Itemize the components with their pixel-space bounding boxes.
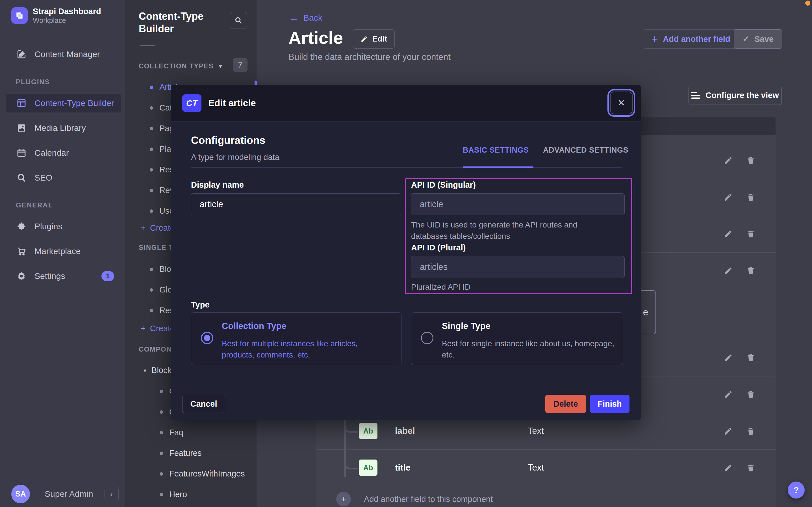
sidebar-item-marketplace[interactable]: Marketplace	[0, 241, 126, 261]
trash-icon[interactable]	[746, 229, 755, 239]
collection-type-item[interactable]: Place	[0, 139, 150, 159]
api-id-singular-label: API ID (Singular)	[411, 180, 476, 190]
radio-unselected-icon[interactable]	[421, 332, 433, 344]
collection-type-item[interactable]: Page	[0, 118, 150, 139]
back-link[interactable]: ← Back	[289, 12, 322, 24]
field-name: title	[395, 463, 528, 473]
subnav-search-button[interactable]	[230, 12, 247, 29]
single-types-list: Blog Global Restaurant	[0, 259, 131, 321]
help-button[interactable]: ?	[788, 482, 805, 499]
api-id-singular-input[interactable]	[411, 193, 625, 215]
save-button[interactable]: ✓ Save	[734, 30, 782, 49]
nested-component-text: e	[643, 307, 648, 318]
arrow-left-icon: ←	[289, 12, 299, 24]
api-id-plural-input[interactable]	[411, 256, 625, 278]
component-item[interactable]: Ct	[0, 381, 160, 402]
finish-button[interactable]: Finish	[590, 395, 629, 413]
field-type: Text	[528, 463, 544, 473]
bullet-icon	[160, 472, 163, 475]
page-title: Article	[289, 28, 343, 48]
trash-icon[interactable]	[746, 427, 755, 436]
collection-type-item[interactable]: Category	[0, 98, 150, 118]
trash-icon[interactable]	[746, 156, 755, 165]
bullet-icon	[150, 189, 153, 192]
component-item[interactable]: Faq	[0, 422, 160, 443]
chevron-down-icon: ▼	[217, 63, 224, 69]
bullet-icon	[160, 452, 163, 455]
collection-type-item[interactable]: User	[0, 201, 150, 221]
add-field-label: Add another field	[663, 35, 730, 44]
tab-basic-settings[interactable]: BASIC SETTINGS	[463, 146, 529, 155]
pencil-icon[interactable]	[723, 353, 733, 362]
component-label: FeaturesWithImages	[169, 469, 245, 478]
collection-types-header[interactable]: COLLECTION TYPES ▼	[139, 62, 224, 70]
components-list: Ct Ct Faq Features FeaturesWithImages He…	[0, 381, 131, 505]
pencil-icon[interactable]	[723, 266, 733, 276]
component-item[interactable]: Hero	[0, 484, 160, 505]
strapi-logo-icon	[11, 7, 28, 24]
pencil-icon[interactable]	[723, 463, 733, 473]
component-item[interactable]: FeaturesWithImages	[0, 463, 160, 484]
collection-type-option[interactable]: Collection Type Best for multiple instan…	[191, 312, 401, 365]
plus-circle-icon[interactable]: +	[336, 492, 351, 506]
sidebar-divider	[0, 34, 126, 34]
radio-selected-icon[interactable]	[201, 332, 213, 344]
save-label: Save	[754, 35, 773, 44]
pencil-icon[interactable]	[723, 192, 733, 202]
add-another-field-button[interactable]: + Add another field	[643, 30, 739, 49]
close-icon[interactable]: ✕	[610, 92, 633, 114]
add-field-to-component-row[interactable]: + Add another field to this component	[336, 492, 493, 506]
add-field-to-component-label: Add another field to this component	[364, 495, 493, 504]
trash-icon[interactable]	[746, 192, 755, 202]
bullet-icon	[160, 493, 163, 496]
collection-types-list: Article Category Page Place Restaurant R…	[0, 77, 131, 221]
component-label: Features	[169, 449, 201, 458]
cancel-button[interactable]: Cancel	[182, 395, 225, 413]
brand-name: Strapi Dashboard	[33, 6, 101, 16]
table-row[interactable]: Ab label Text	[359, 423, 544, 439]
row-divider	[316, 449, 775, 450]
single-type-item[interactable]: Restaurant	[0, 300, 150, 321]
tab-advanced-settings[interactable]: ADVANCED SETTINGS	[543, 146, 628, 155]
bullet-icon	[150, 309, 153, 312]
single-type-item[interactable]: Global	[0, 280, 150, 300]
single-type-option[interactable]: Single Type Best for single instance lik…	[411, 312, 623, 365]
bullet-icon	[150, 148, 153, 151]
sidebar-item-content-manager[interactable]: Content Manager	[0, 44, 126, 64]
table-row[interactable]: Ab title Text	[359, 459, 544, 476]
edit-button[interactable]: Edit	[353, 30, 395, 49]
display-name-input[interactable]	[191, 193, 401, 215]
pen-square-icon	[16, 49, 27, 60]
sidebar-label: Marketplace	[35, 246, 80, 256]
page-subtitle: Build the data architecture of your cont…	[289, 52, 451, 62]
edit-label: Edit	[372, 35, 387, 44]
row-actions	[723, 229, 763, 239]
trash-icon[interactable]	[746, 390, 755, 399]
api-id-plural-help: Pluralized API ID	[411, 281, 471, 293]
component-item[interactable]: Ct	[0, 402, 160, 422]
subnav-title: Content-Type Builder	[139, 10, 224, 35]
sidebar-label: Plugins	[35, 222, 62, 231]
trash-icon[interactable]	[746, 353, 755, 362]
collection-type-item[interactable]: Article	[0, 77, 150, 98]
pencil-icon[interactable]	[723, 427, 733, 436]
configurations-subtitle: A type for modeling data	[191, 153, 279, 162]
workspace-brand[interactable]: Strapi Dashboard Workplace	[11, 6, 101, 24]
pencil-icon[interactable]	[723, 229, 733, 239]
delete-button[interactable]: Delete	[545, 395, 586, 413]
trash-icon[interactable]	[746, 266, 755, 276]
text-field-type-icon: Ab	[359, 459, 377, 476]
pencil-icon[interactable]	[723, 390, 733, 399]
display-name-label: Display name	[191, 180, 244, 190]
search-icon	[234, 16, 243, 24]
row-actions	[723, 390, 763, 399]
pencil-icon[interactable]	[723, 156, 733, 165]
configure-view-button[interactable]: Configure the view	[689, 86, 782, 105]
single-type-item[interactable]: Blog	[0, 259, 150, 280]
row-actions	[723, 156, 763, 165]
collection-type-item[interactable]: Review	[0, 180, 150, 201]
trash-icon[interactable]	[746, 463, 755, 473]
single-type-desc: Best for single instance like about us, …	[442, 338, 617, 360]
component-item[interactable]: Features	[0, 443, 160, 463]
collection-type-item[interactable]: Restaurant	[0, 159, 150, 180]
